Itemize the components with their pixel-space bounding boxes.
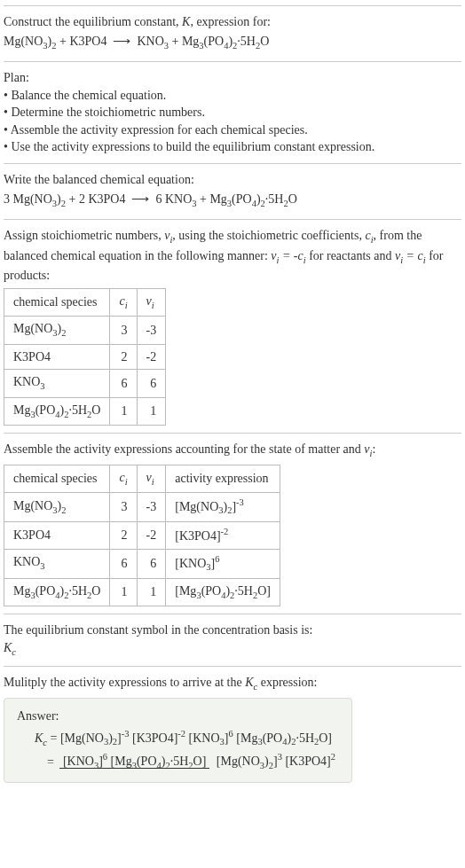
plan-list: Balance the chemical equation. Determine… [4,87,461,156]
nu-equals-c: νi = ci [395,249,426,262]
cell-expr: [Mg3(PO4)2·5H2O] [166,578,280,606]
activity-t1: Assemble the activity expressions accoun… [4,442,364,456]
cell-vi: 6 [137,370,166,397]
table-row: Mg3(PO4)2·5H2O 1 1 [4,397,166,425]
multiply-section: Mulitply the activity expressions to arr… [4,666,461,789]
activity-table: chemical species ci νi activity expressi… [4,465,280,607]
col-ci: ci [110,288,137,316]
nu-i: νi [164,229,172,242]
kc-symbol: Kc [4,639,461,659]
intro-text-1: Construct the equilibrium constant, [4,15,182,28]
table-row: K3PO4 2 -2 [4,344,166,370]
cell-vi: -2 [137,344,166,370]
nu-equals-neg-c: νi = -ci [271,249,305,262]
plan-item: Balance the chemical equation. [4,87,461,105]
cell-species: KNO3 [4,549,110,578]
cell-species: KNO3 [4,370,110,397]
cell-vi: -3 [137,493,166,522]
cell-vi: -2 [137,522,166,549]
stoich-section: Assign stoichiometric numbers, νi, using… [4,219,461,433]
cell-species: Mg(NO3)2 [4,317,110,344]
col-species: chemical species [4,288,110,316]
plan-item: Assemble the activity expression for eac… [4,121,461,139]
answer-expression: Kc = [Mg(NO3)2]-3 [K3PO4]-2 [KNO3]6 [Mg3… [17,728,339,772]
cell-expr: [KNO3]6 [166,549,280,578]
cell-ci: 6 [110,370,137,397]
table-row: K3PO4 2 -2 [K3PO4]-2 [4,522,280,549]
table-row: KNO3 6 6 [KNO3]6 [4,549,280,578]
multiply-t1: Mulitply the activity expressions to arr… [4,676,245,689]
cell-vi: -3 [137,317,166,344]
multiply-t2: expression: [257,676,317,689]
fraction-denominator: [Mg(NO3)2]3 [K3PO4]2 [213,755,339,768]
table-row: Mg3(PO4)2·5H2O 1 1 [Mg3(PO4)2·5H2O] [4,578,280,606]
cell-expr: [K3PO4]-2 [166,522,280,549]
activity-section: Assemble the activity expressions accoun… [4,433,461,614]
stoich-t4: for reactants and [306,249,395,262]
cell-vi: 1 [137,578,166,606]
col-expr: activity expression [166,465,280,492]
stoich-table: chemical species ci νi Mg(NO3)2 3 -3 K3P… [4,288,166,426]
stoich-t2: , using the stoichiometric coefficients, [172,229,365,242]
kc-inline: Kc [245,676,257,689]
c-i: ci [365,229,373,242]
intro-text-2: , expression for: [190,15,271,28]
fraction: [KNO3]6 [Mg3(PO4)2·5H2O] [Mg(NO3)2]3 [K3… [59,752,339,773]
answer-label: Answer: [17,708,339,725]
table-header-row: chemical species ci νi [4,288,166,316]
cell-ci: 1 [110,397,137,425]
unbalanced-equation: Mg(NO3)2 + K3PO4 ⟶ KNO3 + Mg3(PO4)2·5H2O [4,33,461,52]
balanced-heading: Write the balanced chemical equation: [4,171,461,189]
cell-expr: [Mg(NO3)2]-3 [166,493,280,522]
col-species: chemical species [4,465,110,492]
table-row: Mg(NO3)2 3 -3 [4,317,166,344]
cell-ci: 1 [110,578,137,606]
table-row: KNO3 6 6 [4,370,166,397]
balanced-section: Write the balanced chemical equation: 3 … [4,163,461,219]
col-vi: νi [137,465,166,492]
cell-species: Mg3(PO4)2·5H2O [4,578,110,606]
cell-ci: 2 [110,522,137,549]
cell-species: Mg3(PO4)2·5H2O [4,397,110,425]
cell-ci: 2 [110,344,137,370]
plan-item: Determine the stoichiometric numbers. [4,104,461,121]
cell-species: K3PO4 [4,344,110,370]
cell-species: K3PO4 [4,522,110,549]
table-row: Mg(NO3)2 3 -3 [Mg(NO3)2]-3 [4,493,280,522]
k-symbol: K [182,15,190,28]
kc-line-2: = [KNO3]6 [Mg3(PO4)2·5H2O] [Mg(NO3)2]3 [… [35,752,339,773]
stoich-text: Assign stoichiometric numbers, νi, using… [4,227,461,285]
multiply-text: Mulitply the activity expressions to arr… [4,674,461,693]
balanced-equation: 3 Mg(NO3)2 + 2 K3PO4 ⟶ 6 KNO3 + Mg3(PO4)… [4,191,461,210]
intro-section: Construct the equilibrium constant, K, e… [4,5,461,61]
cell-ci: 3 [110,493,137,522]
col-vi: νi [137,288,166,316]
plan-heading: Plan: [4,69,461,87]
kc-line-1: Kc = [Mg(NO3)2]-3 [K3PO4]-2 [KNO3]6 [Mg3… [35,728,339,749]
plan-section: Plan: Balance the chemical equation. Det… [4,61,461,163]
symbol-text: The equilibrium constant symbol in the c… [4,622,461,639]
answer-box: Answer: Kc = [Mg(NO3)2]-3 [K3PO4]-2 [KNO… [4,698,352,783]
intro-line: Construct the equilibrium constant, K, e… [4,13,461,31]
fraction-numerator: [KNO3]6 [Mg3(PO4)2·5H2O] [59,755,209,769]
cell-ci: 3 [110,317,137,344]
cell-species: Mg(NO3)2 [4,493,110,522]
cell-ci: 6 [110,549,137,578]
col-ci: ci [110,465,137,492]
table-header-row: chemical species ci νi activity expressi… [4,465,280,492]
symbol-section: The equilibrium constant symbol in the c… [4,614,461,666]
cell-vi: 1 [137,397,166,425]
activity-text: Assemble the activity expressions accoun… [4,441,461,460]
activity-t2: : [372,442,375,456]
cell-vi: 6 [137,549,166,578]
stoich-t1: Assign stoichiometric numbers, [4,229,164,242]
plan-item: Use the activity expressions to build th… [4,138,461,156]
